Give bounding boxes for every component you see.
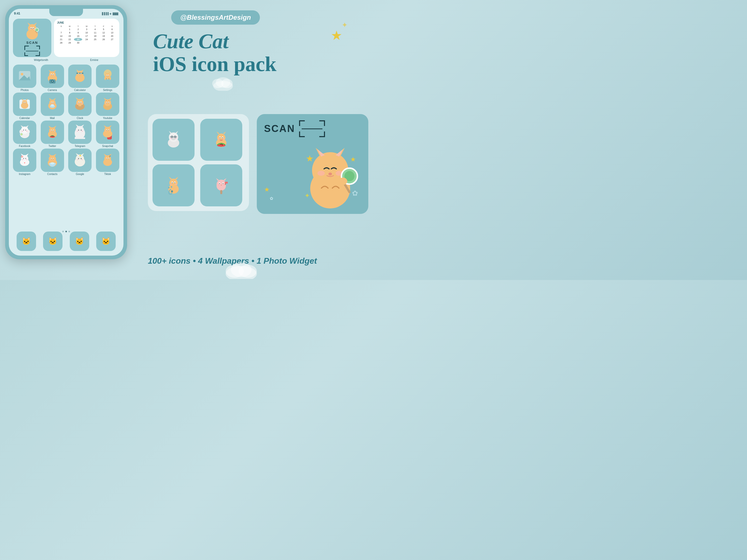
clock-cat-svg [72, 97, 88, 112]
svg-point-237 [223, 183, 224, 184]
svg-point-39 [79, 74, 79, 74]
dock-app-2[interactable]: 🐱 [43, 232, 62, 251]
app-icon-tiktok[interactable]: ♪ [96, 149, 119, 172]
app-name-contacts: Contacts [47, 173, 57, 176]
svg-point-186 [106, 158, 107, 159]
svg-point-215 [222, 144, 222, 145]
app-icon-calculator[interactable] [68, 64, 92, 88]
cloud-mid-svg [210, 75, 236, 91]
app-icon-mail[interactable] [41, 92, 64, 116]
app-icon-clock[interactable] [68, 92, 92, 116]
star-deco-1: ★ [331, 28, 342, 43]
status-icons: ▐▐▐▐ ◈ ▓▓▓ [101, 12, 118, 15]
svg-point-24 [50, 75, 51, 76]
app-icon-calendar[interactable] [13, 92, 36, 116]
svg-point-223 [172, 183, 173, 183]
svg-rect-34 [76, 73, 78, 74]
svg-point-159 [49, 155, 56, 163]
app-icon-youtube[interactable] [96, 92, 119, 116]
app-icon-facebook[interactable] [13, 121, 36, 144]
svg-rect-242 [225, 182, 228, 184]
app-icon-photos[interactable] [13, 64, 36, 88]
svg-point-144 [105, 131, 106, 132]
svg-point-71 [53, 102, 53, 103]
svg-point-57 [22, 100, 27, 105]
scan-corners [24, 46, 40, 56]
dock-app-4[interactable]: 🐱 [96, 232, 116, 251]
app-name-google: Google [76, 173, 84, 176]
svg-point-120 [50, 136, 55, 138]
cal-hdr-t2: T [91, 25, 99, 27]
svg-text:✦: ✦ [305, 192, 310, 199]
svg-point-225 [170, 184, 172, 185]
svg-point-22 [51, 74, 51, 75]
svg-point-202 [172, 138, 176, 140]
svg-point-23 [53, 74, 53, 75]
svg-point-93 [108, 102, 109, 103]
svg-text:★: ★ [350, 156, 356, 163]
dock-app-3[interactable]: 🐱 [70, 232, 89, 251]
svg-point-176 [81, 158, 82, 159]
dock-app-1[interactable]: 🐱 [17, 232, 36, 251]
app-cell-snapchat: Snapchat [96, 121, 119, 148]
svg-text:♪: ♪ [109, 154, 111, 158]
svg-point-73 [52, 103, 54, 104]
svg-point-106 [22, 131, 23, 132]
app-cell-facebook: Facebook [13, 121, 36, 148]
widgetsmith-label: Widgetsmith [34, 59, 48, 61]
svg-point-133 [81, 131, 83, 132]
app-icon-camera[interactable] [41, 64, 64, 88]
scan-widget: SCAN [13, 19, 51, 57]
svg-point-166 [50, 160, 51, 160]
app-icon-snapchat[interactable] [96, 121, 119, 144]
widget-row: SCAN JUNE S M T W T [13, 19, 119, 57]
svg-text:★: ★ [306, 154, 314, 163]
app-name-calculator: Calculator [74, 89, 86, 91]
svg-point-212 [223, 138, 225, 140]
app-cell-youtube: Youtube [96, 92, 119, 119]
showcase-icon-4 [200, 164, 242, 206]
svg-point-224 [175, 183, 175, 183]
photos-cat-svg [17, 69, 32, 84]
svg-point-50 [108, 76, 109, 76]
app-icon-twitter[interactable] [41, 121, 64, 144]
svg-point-87 [104, 99, 111, 106]
phone-screen: 9:41 ▐▐▐▐ ◈ ▓▓▓ [9, 9, 124, 256]
app-icon-contacts[interactable] [41, 149, 64, 172]
svg-point-123 [53, 136, 53, 137]
dock-icon-1: 🐱 [15, 232, 38, 251]
scan-widget-label: SCAN [26, 41, 38, 45]
svg-marker-126 [76, 125, 79, 127]
app-row-3: Facebook [13, 121, 119, 148]
svg-point-98 [20, 130, 23, 134]
app-icon-settings[interactable] [96, 64, 119, 88]
svg-point-157 [22, 156, 23, 157]
svg-point-178 [81, 159, 83, 160]
app-cell-settings: Settings [96, 64, 119, 91]
svg-marker-3 [34, 23, 37, 25]
app-name-youtube: Youtube [103, 117, 112, 119]
svg-point-263 [231, 263, 252, 277]
svg-point-238 [217, 184, 220, 186]
svg-marker-233 [223, 178, 227, 181]
svg-point-239 [223, 184, 225, 186]
app-icon-google[interactable]: ★ [68, 149, 92, 172]
scan-corners-large [299, 120, 325, 137]
app-name-instagram: Instagram [19, 173, 30, 176]
svg-point-218 [170, 179, 178, 187]
svg-point-267 [216, 77, 230, 88]
svg-point-152 [23, 158, 24, 159]
app-cell-clock: Clock [68, 92, 92, 119]
widget-labels: Widgetsmith Ermine [13, 59, 119, 61]
app-icon-instagram[interactable] [13, 149, 36, 172]
svg-rect-29 [53, 80, 55, 80]
svg-rect-36 [81, 73, 83, 74]
app-icon-telegram[interactable] [68, 121, 92, 144]
app-name-mail: Mail [50, 117, 54, 119]
app-cell-photos: Photos [13, 64, 36, 91]
calendar-grid: S M T W T F S 1 2 3 4 5 6 [57, 25, 116, 44]
scan-widget-large-label: SCAN [264, 123, 295, 134]
svg-point-211 [217, 138, 220, 140]
app-name-tiktok: Tiktok [104, 173, 111, 176]
svg-text:★: ★ [79, 154, 82, 157]
